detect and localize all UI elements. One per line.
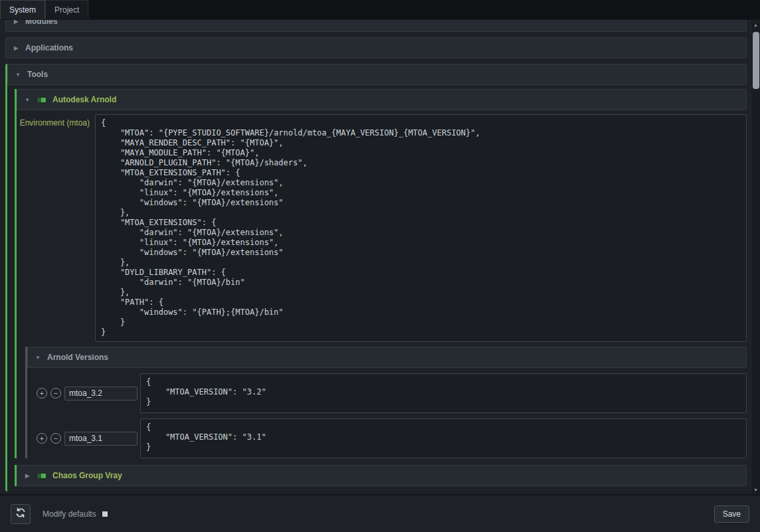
modify-defaults-label: Modify defaults [43,509,96,519]
environment-json-editor[interactable]: { "MTOA": "{PYPE_STUDIO_SOFTWARE}/arnold… [95,114,747,342]
tab-project-label: Project [54,5,79,15]
section-applications: ▶ Applications [5,37,747,58]
section-applications-title: Applications [25,43,73,52]
subsection-chaos-group-vray: ▶ Chaos Group Vray [15,465,747,486]
arnold-versions-header[interactable]: ▼ Arnold Versions [27,347,747,368]
save-button[interactable]: Save [714,505,749,523]
scrollbar-thumb[interactable] [753,32,759,89]
version-json-editor[interactable]: { "MTOA_VERSION": "3.1" } [140,418,747,458]
section-applications-header[interactable]: ▶ Applications [5,37,747,58]
section-modules-header[interactable]: ▶ Modules [5,20,747,32]
section-tools-body: ▼ Autodesk Arnold Environment (mtoa) { "… [7,85,747,491]
chevron-down-icon: ▼ [15,72,21,78]
version-json-editor[interactable]: { "MTOA_VERSION": "3.2" } [140,373,747,413]
version-row: + − { "MTOA_VERSION": "3.1" } [27,418,747,458]
version-row: + − { "MTOA_VERSION": "3.2" } [27,373,747,413]
content-area: ▶ Modules ▶ Applications ▼ Tools [0,20,760,494]
section-tools-header[interactable]: ▼ Tools [7,64,747,85]
section-tools-title: Tools [27,70,48,79]
refresh-icon [15,507,26,520]
chevron-down-icon: ▼ [35,355,41,361]
vertical-scrollbar[interactable]: ▲ ▼ [751,20,760,494]
modify-defaults-checkbox[interactable] [102,511,108,517]
remove-version-button[interactable]: − [50,388,61,399]
version-key-input[interactable] [64,432,138,446]
chevron-down-icon: ▼ [24,97,31,103]
chaos-group-vray-header[interactable]: ▶ Chaos Group Vray [17,465,747,486]
environment-label: Environment (mtoa) [17,114,95,342]
section-modules: ▶ Modules [5,20,747,32]
subsection-autodesk-arnold: ▼ Autodesk Arnold Environment (mtoa) { "… [15,89,747,458]
enabled-toggle-icon[interactable] [37,473,47,479]
version-key-input[interactable] [64,387,138,400]
environment-row: Environment (mtoa) { "MTOA": "{PYPE_STUD… [17,114,747,342]
chevron-right-icon: ▶ [24,473,31,479]
scroll-down-icon[interactable]: ▼ [751,485,760,494]
scroll-up-icon[interactable]: ▲ [751,20,760,29]
tab-project[interactable]: Project [45,0,88,19]
autodesk-arnold-header[interactable]: ▼ Autodesk Arnold [17,89,747,110]
settings-scroll-area: ▶ Modules ▶ Applications ▼ Tools [0,20,751,494]
remove-version-button[interactable]: − [50,433,61,444]
tab-bar: System Project [0,0,760,20]
chevron-right-icon: ▶ [13,45,19,51]
add-version-button[interactable]: + [37,433,47,444]
section-tools: ▼ Tools ▼ Autodesk Arnold Environment (m… [5,64,747,491]
tab-system-label: System [9,5,36,15]
autodesk-arnold-title: Autodesk Arnold [52,95,116,104]
footer-bar: Modify defaults Save [0,494,760,532]
tab-system[interactable]: System [0,0,45,19]
refresh-button[interactable] [11,504,31,524]
enabled-toggle-icon[interactable] [37,97,47,103]
arnold-versions-title: Arnold Versions [47,353,108,362]
settings-window: System Project ▶ Modules ▶ Applications [0,0,760,532]
scrollbar-track[interactable] [751,29,760,485]
add-version-button[interactable]: + [37,388,47,399]
subsection-arnold-versions: ▼ Arnold Versions + − { "MTOA_VERSION": … [25,347,747,458]
chevron-right-icon: ▶ [13,20,19,25]
section-modules-title: Modules [25,20,58,26]
chaos-group-vray-title: Chaos Group Vray [52,471,122,480]
